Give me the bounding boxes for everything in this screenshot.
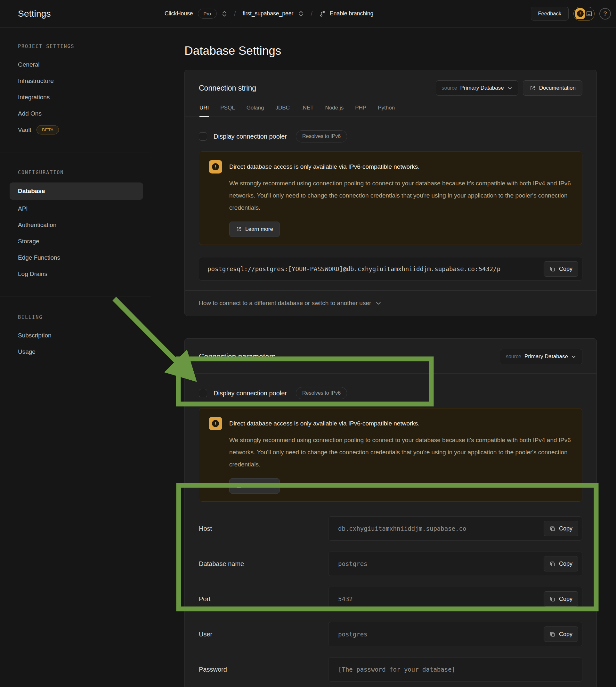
top-bar-actions: Feedback ! ? <box>531 0 616 27</box>
sidebar-item-edge-functions[interactable]: Edge Functions <box>0 249 151 266</box>
copy-port-button[interactable]: Copy <box>544 591 578 607</box>
warning-icon: ! <box>209 160 222 174</box>
source-label: source <box>506 354 521 359</box>
pooler-row: Display connection pooler Resolves to IP… <box>199 387 582 399</box>
password-placeholder: [The password for your database] <box>329 658 582 681</box>
param-row-password: Password [The password for your database… <box>199 657 582 682</box>
tab-uri[interactable]: URI <box>199 105 209 117</box>
chevron-down-icon <box>507 86 512 91</box>
connection-help-expander[interactable]: How to connect to a different database o… <box>185 290 596 316</box>
connection-string-input[interactable]: postgresql://postgres:[YOUR-PASSWORD]@db… <box>199 257 582 281</box>
sidebar-item-infrastructure[interactable]: Infrastructure <box>0 73 151 89</box>
git-branch-icon <box>319 10 326 17</box>
sidebar-item-authentication[interactable]: Authentication <box>0 217 151 233</box>
external-link-icon <box>236 226 242 232</box>
alert-icon: ! <box>575 8 585 19</box>
feedback-button[interactable]: Feedback <box>531 7 569 21</box>
breadcrumb-separator: / <box>309 10 314 18</box>
param-row-host: Host db.cxhygiuitamxhniiddjm.supabase.co… <box>199 516 582 541</box>
sidebar-item-log-drains[interactable]: Log Drains <box>0 266 151 282</box>
copy-icon <box>549 266 555 272</box>
pooler-row: Display connection pooler Resolves to IP… <box>199 130 582 142</box>
connection-string-card: Connection string source Primary Databas… <box>184 70 597 316</box>
notifications-button[interactable]: ! <box>573 7 595 21</box>
port-label: Port <box>199 595 328 603</box>
chevrons-up-down-icon[interactable] <box>298 10 304 17</box>
sidebar-item-api[interactable]: API <box>0 200 151 217</box>
enable-branching-button[interactable]: Enable branching <box>319 10 373 17</box>
param-row-user: User postgres Copy <box>199 622 582 646</box>
database-name-input[interactable]: postgres Copy <box>328 552 582 576</box>
breadcrumb: ClickHouse Pro / first_supabase_peer / E… <box>151 0 531 27</box>
warning-body: We strongly recommend using connection p… <box>229 434 572 471</box>
tab-golang[interactable]: Golang <box>246 105 264 116</box>
section-title: Database Settings <box>184 44 597 58</box>
copy-label: Copy <box>559 560 572 567</box>
param-row-database-name: Database name postgres Copy <box>199 552 582 576</box>
copy-label: Copy <box>559 525 572 532</box>
card-title: Connection parameters <box>199 352 276 361</box>
tab-python[interactable]: Python <box>378 105 395 116</box>
sidebar-item-add-ons[interactable]: Add Ons <box>0 105 151 121</box>
copy-icon <box>549 561 555 567</box>
port-input[interactable]: 5432 Copy <box>328 587 582 611</box>
help-button[interactable]: ? <box>599 8 611 20</box>
display-connection-pooler-checkbox[interactable] <box>199 389 207 397</box>
external-link-icon <box>530 85 536 91</box>
learn-more-button[interactable]: Learn more <box>229 478 280 494</box>
plan-badge[interactable]: Pro <box>198 9 217 19</box>
breadcrumb-separator: / <box>232 10 238 18</box>
connection-help-label: How to connect to a different database o… <box>199 300 371 307</box>
source-select[interactable]: source Primary Database <box>436 80 518 96</box>
connection-parameters-header: Connection parameters source Primary Dat… <box>185 339 596 374</box>
param-row-port: Port 5432 Copy <box>199 587 582 611</box>
password-input[interactable]: [The password for your database] <box>328 657 582 682</box>
resolves-to-ipv6-badge: Resolves to IPv6 <box>296 387 347 399</box>
connection-string-tabs: URI PSQL Golang JDBC .NET Node.js PHP Py… <box>185 105 596 117</box>
pooler-label: Display connection pooler <box>214 390 287 397</box>
learn-more-label: Learn more <box>245 226 273 232</box>
sidebar-item-integrations[interactable]: Integrations <box>0 89 151 105</box>
card-title: Connection string <box>199 84 256 92</box>
sidebar: PROJECT SETTINGS General Infrastructure … <box>0 27 151 687</box>
tab-nodejs[interactable]: Node.js <box>325 105 344 116</box>
chevrons-up-down-icon[interactable] <box>222 10 227 17</box>
sidebar-item-subscription[interactable]: Subscription <box>0 327 151 344</box>
sidebar-item-vault[interactable]: Vault BETA <box>0 121 151 138</box>
sidebar-item-database[interactable]: Database <box>9 182 143 200</box>
breadcrumb-org[interactable]: ClickHouse <box>164 10 193 17</box>
tab-jdbc[interactable]: JDBC <box>276 105 289 116</box>
source-select[interactable]: source Primary Database <box>500 349 582 364</box>
connection-parameter-list: Host db.cxhygiuitamxhniiddjm.supabase.co… <box>199 516 582 687</box>
sidebar-item-general[interactable]: General <box>0 56 151 73</box>
copy-connection-string-button[interactable]: Copy <box>544 261 578 276</box>
copy-database-name-button[interactable]: Copy <box>544 556 578 572</box>
user-input[interactable]: postgres Copy <box>328 622 582 646</box>
learn-more-button[interactable]: Learn more <box>229 222 280 237</box>
sidebar-item-storage[interactable]: Storage <box>0 233 151 249</box>
breadcrumb-project[interactable]: first_supabase_peer <box>243 10 293 17</box>
sidebar-item-usage[interactable]: Usage <box>0 344 151 360</box>
host-input[interactable]: db.cxhygiuitamxhniiddjm.supabase.co Copy <box>328 516 582 541</box>
copy-label: Copy <box>559 596 572 602</box>
copy-user-button[interactable]: Copy <box>544 626 578 642</box>
sidebar-heading-project-settings: PROJECT SETTINGS <box>18 44 151 49</box>
documentation-label: Documentation <box>539 85 576 91</box>
database-name-label: Database name <box>199 560 328 568</box>
warning-icon: ! <box>209 417 222 430</box>
copy-host-button[interactable]: Copy <box>544 521 578 536</box>
top-bar-left: Settings <box>0 0 151 27</box>
copy-icon <box>549 631 555 637</box>
connection-parameters-card: Connection parameters source Primary Dat… <box>184 338 597 687</box>
display-connection-pooler-checkbox[interactable] <box>199 132 207 140</box>
ipv6-warning-panel: ! Direct database access is only availab… <box>199 408 582 502</box>
documentation-button[interactable]: Documentation <box>523 80 582 96</box>
tab-php[interactable]: PHP <box>355 105 366 116</box>
source-label: source <box>442 85 457 91</box>
sidebar-heading-configuration: CONFIGURATION <box>18 170 151 175</box>
external-link-icon <box>236 483 242 489</box>
tab-psql[interactable]: PSQL <box>220 105 235 116</box>
tab-dotnet[interactable]: .NET <box>301 105 314 116</box>
beta-badge: BETA <box>37 125 59 134</box>
ipv6-warning-panel: ! Direct database access is only availab… <box>199 151 582 245</box>
